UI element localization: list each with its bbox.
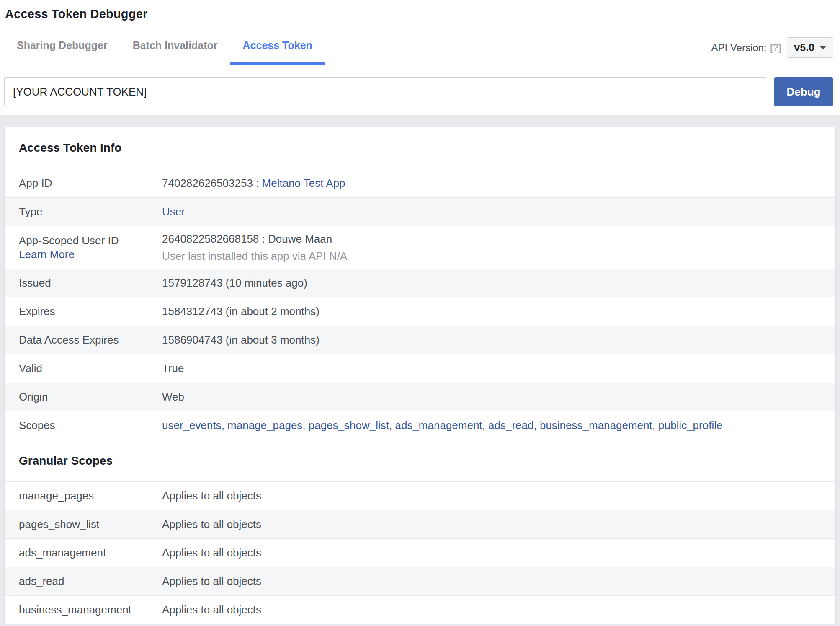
row-value: Applies to all objects: [152, 567, 835, 595]
table-row-type: Type User: [5, 197, 835, 226]
table-row-app-scoped-user-id: App-Scoped User ID Learn More 2640822582…: [5, 226, 835, 269]
api-version-value: v5.0: [794, 41, 814, 54]
user-id-value: 2640822582668158 : Douwe Maan: [162, 232, 823, 246]
row-label: Valid: [5, 354, 152, 383]
table-row-pages-show-list: pages_show_list Applies to all objects: [5, 510, 835, 538]
scopes-links[interactable]: user_events, manage_pages, pages_show_li…: [162, 419, 823, 432]
tab-sharing-debugger[interactable]: Sharing Debugger: [4, 30, 120, 65]
app-id-value: 740282626503253 :: [162, 177, 262, 189]
row-value: Applies to all objects: [152, 539, 835, 567]
table-row-issued: Issued 1579128743 (10 minutes ago): [5, 269, 835, 297]
row-label: ads_read: [5, 567, 152, 595]
table-row-business-management: business_management Applies to all objec…: [5, 595, 835, 624]
row-label: Scopes: [5, 411, 152, 440]
token-form: Debug: [0, 65, 840, 106]
row-value: True: [152, 354, 835, 383]
row-label: pages_show_list: [5, 510, 152, 538]
debug-button[interactable]: Debug: [774, 77, 833, 106]
row-value: user_events, manage_pages, pages_show_li…: [152, 411, 835, 440]
table-row-scopes: Scopes user_events, manage_pages, pages_…: [5, 411, 835, 440]
tab-access-token[interactable]: Access Token: [230, 30, 325, 65]
table-row-expires: Expires 1584312743 (in about 2 months): [5, 297, 835, 326]
api-version-help-link[interactable]: [?]: [770, 42, 781, 54]
tab-bar: Sharing Debugger Batch Invalidator Acces…: [0, 30, 840, 65]
row-label: App-Scoped User ID Learn More: [5, 226, 152, 269]
api-version-dropdown[interactable]: v5.0: [787, 37, 833, 58]
row-label: business_management: [5, 596, 152, 624]
row-value: 740282626503253 : Meltano Test App: [152, 169, 835, 197]
api-version-control: API Version: [?] v5.0: [711, 37, 833, 58]
token-type-link[interactable]: User: [162, 205, 823, 218]
token-info-panel: Access Token Info App ID 740282626503253…: [4, 127, 836, 624]
tab-batch-invalidator[interactable]: Batch Invalidator: [120, 30, 230, 65]
row-value: 1586904743 (in about 3 months): [152, 326, 835, 354]
row-value: 1584312743 (in about 2 months): [152, 297, 835, 326]
row-label: App ID: [5, 169, 152, 197]
row-label: Expires: [5, 297, 152, 326]
row-label: Type: [5, 198, 152, 226]
row-value: Web: [152, 383, 835, 411]
table-row-ads-management: ads_management Applies to all objects: [5, 538, 835, 567]
row-value: User: [152, 198, 835, 226]
section-title-access-token-info: Access Token Info: [5, 127, 835, 169]
app-name-link[interactable]: Meltano Test App: [262, 177, 345, 189]
table-row-manage-pages: manage_pages Applies to all objects: [5, 481, 835, 510]
row-value: Applies to all objects: [152, 482, 835, 510]
table-row-ads-read: ads_read Applies to all objects: [5, 567, 835, 595]
page-header: Access Token Debugger Sharing Debugger B…: [0, 0, 840, 115]
row-label: Origin: [5, 383, 152, 411]
user-install-note: User last installed this app via API N/A: [162, 249, 823, 263]
learn-more-link[interactable]: Learn More: [19, 248, 75, 261]
page-body: Access Token Info App ID 740282626503253…: [0, 115, 840, 626]
row-value: Applies to all objects: [152, 510, 835, 538]
table-row-data-access-expires: Data Access Expires 1586904743 (in about…: [5, 326, 835, 354]
row-label: Data Access Expires: [5, 326, 152, 354]
chevron-down-icon: [819, 46, 826, 49]
section-title-granular-scopes: Granular Scopes: [5, 440, 835, 481]
table-row-valid: Valid True: [5, 354, 835, 383]
row-label: Issued: [5, 269, 152, 297]
row-label: manage_pages: [5, 482, 152, 510]
row-label: ads_management: [5, 539, 152, 567]
row-label-text: App-Scoped User ID: [19, 234, 143, 248]
table-row-origin: Origin Web: [5, 383, 835, 411]
row-value: Applies to all objects: [152, 596, 835, 624]
row-value: 1579128743 (10 minutes ago): [152, 269, 835, 297]
api-version-label: API Version:: [711, 42, 767, 54]
page-title: Access Token Debugger: [0, 0, 840, 21]
token-input[interactable]: [4, 77, 767, 106]
table-row-app-id: App ID 740282626503253 : Meltano Test Ap…: [5, 169, 835, 197]
row-value: 2640822582668158 : Douwe Maan User last …: [152, 226, 835, 269]
